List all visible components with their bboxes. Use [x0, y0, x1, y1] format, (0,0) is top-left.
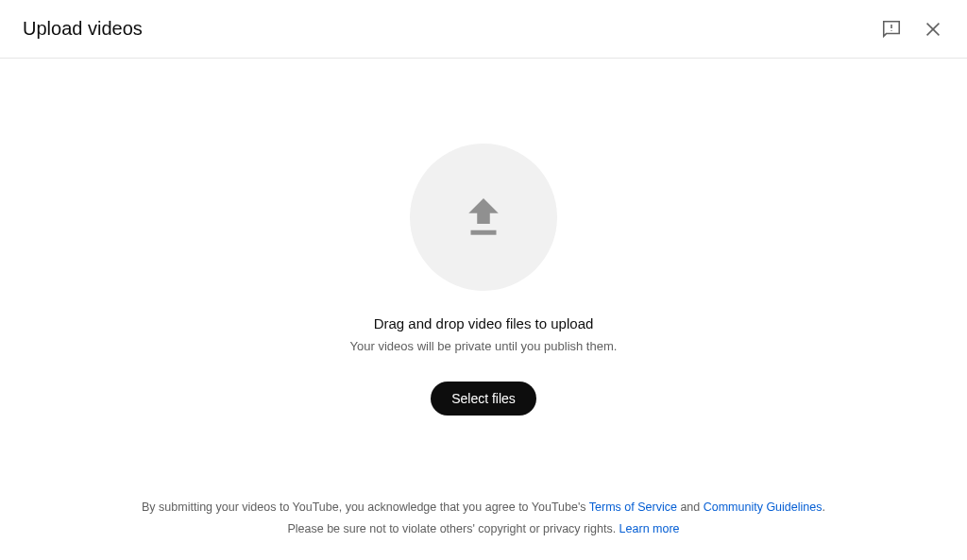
header-actions: [880, 18, 944, 41]
privacy-note: Your videos will be private until you pu…: [350, 339, 618, 353]
dialog-header: Upload videos: [0, 0, 967, 59]
feedback-icon[interactable]: [880, 18, 903, 41]
dialog-title: Upload videos: [23, 18, 143, 40]
upload-arrow-icon: [458, 190, 509, 245]
select-files-button[interactable]: Select files: [431, 382, 536, 416]
legal-line2-prefix: Please be sure not to violate others' co…: [287, 522, 619, 535]
community-guidelines-link[interactable]: Community Guidelines: [704, 501, 823, 514]
legal-period: .: [822, 501, 824, 514]
upload-area: Drag and drop video files to upload Your…: [0, 59, 967, 560]
legal-text: By submitting your videos to YouTube, yo…: [0, 497, 967, 539]
drag-instruction: Drag and drop video files to upload: [374, 315, 594, 331]
legal-and: and: [677, 501, 704, 514]
terms-of-service-link[interactable]: Terms of Service: [589, 501, 677, 514]
learn-more-link[interactable]: Learn more: [619, 522, 680, 535]
close-icon[interactable]: [922, 18, 944, 41]
upload-dropzone[interactable]: [410, 144, 557, 291]
svg-rect-4: [471, 230, 497, 235]
legal-prefix: By submitting your videos to YouTube, yo…: [142, 501, 589, 514]
svg-point-1: [891, 29, 891, 30]
